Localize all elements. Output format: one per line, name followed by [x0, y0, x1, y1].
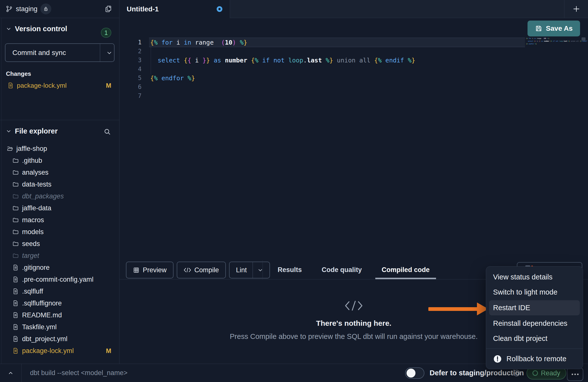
table-icon — [133, 267, 140, 273]
defer-toggle[interactable] — [405, 367, 424, 379]
ide-options-menu: View status detailsSwitch to light modeR… — [486, 266, 583, 369]
file-icon — [12, 312, 19, 318]
file-name: dbt_project.yml — [22, 335, 67, 343]
menu-item-rollback-to-remote[interactable]: Rollback to remote — [486, 351, 583, 366]
file-name: analyses — [22, 169, 49, 176]
folder-icon — [12, 169, 19, 176]
menu-item-restart-ide[interactable]: Restart IDE — [489, 300, 580, 315]
file-item-.sqlfluff[interactable]: .sqlfluff — [0, 285, 119, 297]
compile-button[interactable]: Compile — [177, 262, 226, 278]
file-name: data-tests — [22, 181, 52, 188]
new-tab-zone — [564, 0, 588, 18]
code-line-6[interactable]: 6 — [119, 82, 588, 91]
file-item-README.md[interactable]: README.md — [0, 309, 119, 321]
save-as-label: Save As — [546, 25, 573, 32]
code-text: select {{ i }} as number {% if not loop.… — [142, 57, 415, 64]
button-label: Preview — [143, 266, 167, 274]
button-label: Compile — [194, 266, 219, 274]
line-number: 5 — [119, 75, 142, 82]
file-item-models[interactable]: models — [0, 226, 119, 238]
file-item-package-lock.yml[interactable]: package-lock.ymlM — [0, 345, 119, 357]
file-item-.gitignore[interactable]: .gitignore — [0, 262, 119, 273]
changes-count-badge: 1 — [101, 28, 111, 38]
menu-item-reinstall-dependencies[interactable]: Reinstall dependencies — [486, 316, 583, 331]
arrow-tail — [428, 307, 478, 311]
dbt-cloud-ide: staging Untitled-1 — [0, 0, 588, 382]
file-item-.github[interactable]: .github — [0, 155, 119, 166]
file-item-dbt_project.yml[interactable]: dbt_project.yml — [0, 333, 119, 345]
chevron-down-icon[interactable] — [103, 44, 115, 61]
sidebar: Version control 1 Commit and sync Change… — [0, 18, 119, 364]
line-number: 6 — [119, 83, 142, 90]
file-item-Taskfile.yml[interactable]: Taskfile.yml — [0, 321, 119, 333]
file-item-.sqlfluffignore[interactable]: .sqlfluffignore — [0, 297, 119, 309]
tab-results[interactable]: Results — [275, 261, 305, 279]
editor-scrollbar-thumb[interactable] — [582, 37, 586, 41]
file-item-analyses[interactable]: analyses — [0, 166, 119, 178]
code-line-3[interactable]: 3 select {{ i }} as number {% if not loo… — [119, 56, 588, 65]
expand-command-bar-button[interactable] — [5, 368, 16, 378]
menu-item-view-status-details[interactable]: View status details — [486, 270, 583, 285]
search-button[interactable] — [102, 128, 113, 136]
alert-circle-icon — [493, 355, 502, 363]
menu-item-clean-dbt-project[interactable]: Clean dbt project — [486, 331, 583, 346]
changed-file-row[interactable]: package-lock.yml M — [0, 81, 119, 90]
save-icon — [535, 25, 542, 32]
file-explorer-header[interactable]: File explorer — [0, 125, 119, 137]
file-name: package-lock.yml — [22, 347, 74, 355]
code-line-4[interactable]: 4 — [119, 65, 588, 74]
folder-icon — [12, 205, 19, 211]
lint-button[interactable]: Lint — [229, 262, 270, 278]
code-line-5[interactable]: 5{% endfor %} — [119, 74, 588, 82]
file-item-seeds[interactable]: seeds — [0, 238, 119, 250]
code-line-2[interactable]: 2 — [119, 47, 588, 56]
preview-button[interactable]: Preview — [126, 262, 174, 278]
folder-icon — [12, 241, 19, 247]
tab-label: Untitled-1 — [127, 5, 159, 13]
minimap[interactable]: {% for i in range (10) %} select {{ i }}… — [526, 37, 583, 45]
folder-icon — [12, 181, 19, 188]
code-line-7[interactable]: 7 — [119, 91, 588, 100]
chevron-down-icon[interactable] — [258, 267, 263, 273]
tab-code-quality[interactable]: Code quality — [319, 261, 365, 279]
menu-item-label: Restart IDE — [493, 304, 530, 312]
status-bar-divider — [21, 364, 22, 382]
help-icon[interactable] — [513, 369, 521, 377]
branch-name[interactable]: staging — [16, 5, 37, 13]
file-item-dbt_packages[interactable]: dbt_packages — [0, 190, 119, 202]
tab-untitled-1[interactable]: Untitled-1 — [119, 0, 230, 18]
menu-item-switch-to-light-mode[interactable]: Switch to light mode — [486, 285, 583, 300]
file-name: Taskfile.yml — [22, 323, 57, 331]
code-editor[interactable]: Save As 1{% for i in range (10) %}23 sel… — [119, 18, 588, 261]
command-input[interactable]: dbt build --select <model_name> — [30, 364, 127, 382]
new-tab-button[interactable] — [571, 4, 582, 13]
chevron-down-icon — [6, 128, 11, 134]
button-label: Lint — [236, 266, 247, 274]
version-control-header[interactable]: Version control 1 — [0, 23, 119, 35]
changes-label: Changes — [6, 70, 31, 77]
tab-compiled-code[interactable]: Compiled code — [379, 261, 433, 279]
file-item-target[interactable]: target — [0, 250, 119, 262]
file-name: dbt_packages — [22, 192, 64, 200]
file-item-data-tests[interactable]: data-tests — [0, 178, 119, 190]
file-item-.pre-commit-config.yaml[interactable]: .pre-commit-config.yaml — [0, 273, 119, 285]
code-line-1[interactable]: 1{% for i in range (10) %} — [119, 38, 588, 47]
toolbar-divider — [263, 261, 263, 279]
more-options-button[interactable] — [567, 368, 583, 381]
modified-badge: M — [106, 82, 111, 89]
copy-button[interactable] — [103, 4, 113, 14]
lock-icon — [43, 6, 49, 12]
line-number: 1 — [119, 39, 142, 46]
file-icon — [12, 264, 19, 271]
top-bar: staging Untitled-1 — [0, 0, 588, 18]
chevron-up-icon — [7, 370, 14, 376]
file-tree: jaffle-shop.githubanalysesdata-testsdbt_… — [0, 143, 119, 357]
file-icon — [7, 82, 14, 89]
file-item-jaffle-shop[interactable]: jaffle-shop — [0, 143, 119, 155]
file-item-jaffle-data[interactable]: jaffle-data — [0, 202, 119, 214]
file-item-macros[interactable]: macros — [0, 214, 119, 226]
code-text: {% for i in range (10) %} — [142, 39, 247, 46]
save-as-button[interactable]: Save As — [528, 21, 580, 36]
commit-and-sync-button[interactable]: Commit and sync — [5, 43, 115, 62]
menu-item-label: Reinstall dependencies — [493, 319, 567, 327]
